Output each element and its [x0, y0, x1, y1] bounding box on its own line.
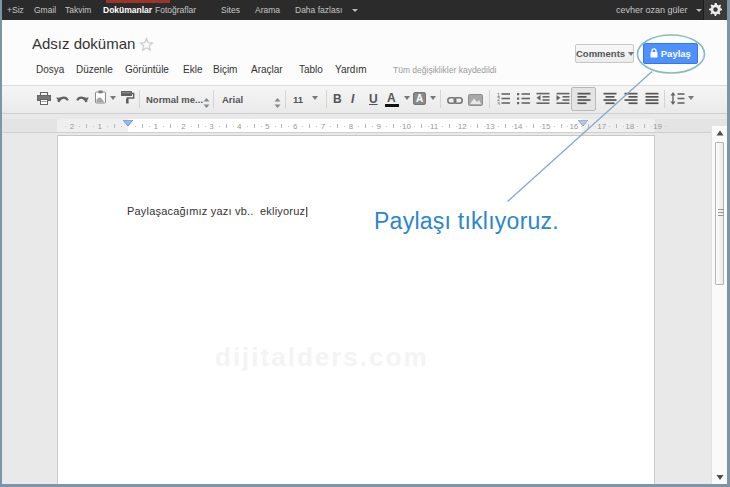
svg-text:3: 3: [497, 101, 500, 106]
svg-text:A: A: [416, 93, 423, 104]
